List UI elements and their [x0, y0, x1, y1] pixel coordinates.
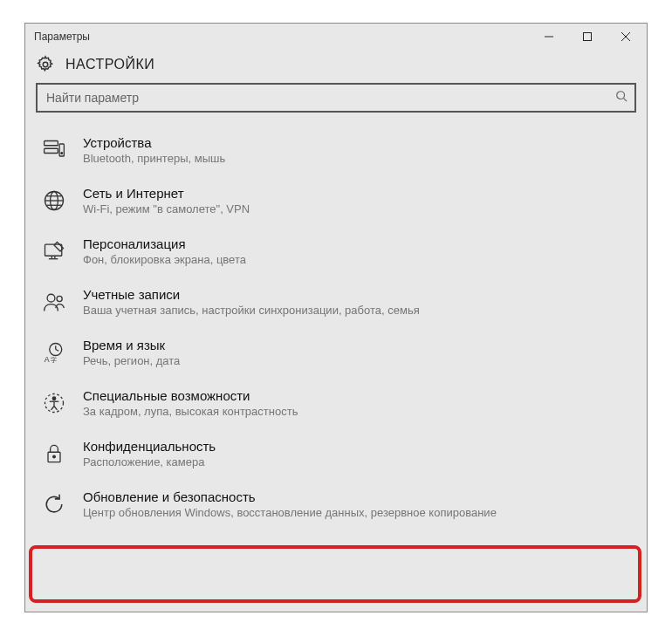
item-devices[interactable]: Устройства Bluetooth, принтеры, мышь: [25, 125, 647, 175]
svg-point-34: [53, 455, 56, 458]
svg-rect-7: [45, 141, 58, 146]
globe-icon: [41, 188, 67, 214]
item-title: Сеть и Интернет: [83, 186, 250, 201]
item-privacy[interactable]: Конфиденциальность Расположение, камера: [25, 428, 647, 479]
item-desc: Bluetooth, принтеры, мышь: [83, 152, 225, 165]
item-title: Время и язык: [83, 338, 180, 352]
accounts-icon: [41, 289, 67, 315]
window-title: Параметры: [34, 31, 90, 43]
gear-icon: [36, 55, 55, 74]
item-personalization[interactable]: Персонализация Фон, блокировка экрана, ц…: [25, 226, 647, 277]
time-language-icon: A字: [41, 339, 67, 366]
item-text: Учетные записи Ваша учетная запись, наст…: [83, 287, 420, 317]
settings-list: Устройства Bluetooth, принтеры, мышь Сет…: [25, 121, 647, 530]
close-button[interactable]: [607, 24, 645, 50]
item-desc: Речь, регион, дата: [83, 354, 180, 367]
svg-text:字: 字: [51, 357, 57, 363]
settings-window: Параметры НАСТРОЙКИ: [24, 23, 648, 612]
item-text: Обновление и безопасность Центр обновлен…: [83, 489, 497, 519]
svg-point-10: [61, 153, 63, 154]
titlebar: Параметры: [25, 24, 647, 50]
item-update-security[interactable]: Обновление и безопасность Центр обновлен…: [25, 479, 647, 530]
item-time-language[interactable]: A字 Время и язык Речь, регион, дата: [25, 327, 647, 378]
svg-line-6: [624, 99, 627, 102]
devices-icon: [41, 137, 67, 163]
highlight-annotation: [29, 545, 641, 603]
item-accounts[interactable]: Учетные записи Ваша учетная запись, наст…: [25, 277, 647, 327]
item-title: Конфиденциальность: [83, 439, 216, 454]
svg-line-31: [51, 407, 55, 410]
item-title: Обновление и безопасность: [83, 489, 497, 504]
item-text: Время и язык Речь, регион, дата: [83, 338, 180, 367]
item-title: Специальные возможности: [83, 388, 298, 403]
item-desc: Расположение, камера: [83, 455, 216, 468]
item-network[interactable]: Сеть и Интернет Wi-Fi, режим "в самолете…: [25, 175, 647, 226]
accessibility-icon: [41, 390, 67, 416]
search-icon: [615, 90, 627, 106]
minimize-button[interactable]: [530, 24, 568, 50]
item-text: Специальные возможности За кадром, лупа,…: [83, 388, 298, 418]
maximize-button[interactable]: [568, 24, 607, 50]
update-icon: [41, 491, 67, 517]
window-controls: [530, 24, 645, 50]
item-accessibility[interactable]: Специальные возможности За кадром, лупа,…: [25, 378, 647, 428]
svg-point-20: [47, 294, 55, 302]
item-text: Конфиденциальность Расположение, камера: [83, 439, 216, 468]
item-desc: За кадром, лупа, высокая контрастность: [83, 405, 298, 418]
svg-text:A: A: [45, 355, 50, 364]
item-desc: Wi-Fi, режим "в самолете", VPN: [83, 202, 250, 215]
item-title: Учетные записи: [83, 287, 420, 302]
personalization-icon: [41, 238, 67, 264]
svg-point-5: [617, 92, 625, 99]
page-title: НАСТРОЙКИ: [65, 57, 154, 72]
search-wrap: [36, 83, 636, 113]
svg-point-21: [57, 296, 62, 301]
svg-line-32: [54, 407, 58, 410]
item-title: Персонализация: [83, 236, 246, 251]
item-desc: Фон, блокировка экрана, цвета: [83, 253, 246, 266]
item-title: Устройства: [83, 135, 225, 150]
item-desc: Ваша учетная запись, настройки синхрониз…: [83, 304, 420, 317]
search-input[interactable]: [36, 83, 636, 113]
svg-rect-8: [45, 148, 58, 153]
svg-point-28: [52, 397, 56, 400]
svg-line-24: [56, 350, 59, 352]
svg-point-4: [43, 62, 48, 67]
item-desc: Центр обновления Windows, восстановление…: [83, 506, 497, 519]
header: НАСТРОЙКИ: [25, 50, 647, 81]
svg-rect-1: [584, 33, 592, 41]
item-text: Устройства Bluetooth, принтеры, мышь: [83, 135, 225, 165]
lock-icon: [41, 441, 67, 467]
item-text: Сеть и Интернет Wi-Fi, режим "в самолете…: [83, 186, 250, 215]
item-text: Персонализация Фон, блокировка экрана, ц…: [83, 236, 246, 266]
